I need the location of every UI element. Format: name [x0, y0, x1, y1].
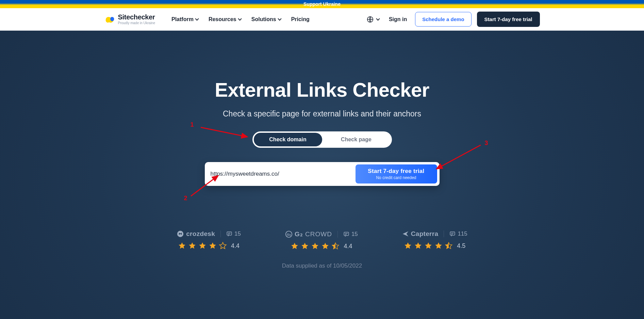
hero-subtitle: Check a specific page for external links… [143, 109, 501, 118]
stars-capterra: 4.5 [404, 242, 465, 250]
annotation-1: 1 [191, 121, 194, 128]
reviews-count: 15 [343, 231, 358, 238]
data-supplied-text: Data supplied as of 10/05/2022 [143, 262, 501, 269]
nav-menu: Platform Resources Solutions Pricing [171, 16, 310, 22]
annotation-3: 3 [484, 140, 488, 147]
check-page-tab[interactable]: Check page [322, 133, 391, 146]
stars-crozdesk: 4.4 [178, 242, 240, 250]
nav-platform[interactable]: Platform [171, 16, 198, 22]
capterra-icon [402, 230, 409, 237]
top-nav: Sitechecker Proudly made in Ukraine Plat… [0, 8, 644, 31]
brand-capterra[interactable]: Capterra [402, 230, 439, 238]
start-trial-hero-button[interactable]: Start 7-day free trial No credit card ne… [356, 164, 437, 184]
logo-tagline: Proudly made in Ukraine [118, 21, 155, 25]
chevron-down-icon [376, 17, 380, 20]
globe-icon [366, 16, 374, 23]
nav-pricing[interactable]: Pricing [291, 16, 310, 22]
chat-icon [449, 231, 456, 237]
hero-title: External Links Checker [143, 78, 501, 101]
chat-icon [343, 231, 349, 237]
rating-g2crowd: G₂ G₂ CROWD 15 4.4 [285, 230, 358, 250]
chat-icon [226, 231, 232, 237]
svg-line-1 [201, 127, 247, 137]
reviews-count: 15 [226, 230, 241, 237]
nav-solutions[interactable]: Solutions [251, 16, 281, 22]
logo-icon [104, 15, 115, 24]
chevron-down-icon [238, 17, 242, 20]
svg-text:G₂: G₂ [287, 233, 291, 236]
support-ukraine-bar[interactable]: Support Ukraine [0, 0, 644, 8]
check-domain-tab[interactable]: Check domain [254, 133, 322, 146]
stars-g2crowd: 4.4 [291, 242, 352, 250]
trial-button-subtitle: No credit card needed [376, 175, 416, 180]
svg-line-3 [436, 145, 481, 169]
brand-crozdesk[interactable]: crozdesk [177, 230, 215, 238]
chevron-down-icon [278, 17, 281, 20]
trial-button-title: Start 7-day free trial [368, 168, 424, 175]
svg-rect-4 [227, 232, 232, 235]
ratings-row: crozdesk 15 4.4 G₂ G₂ CROWD [143, 230, 501, 250]
sign-in-link[interactable]: Sign in [389, 16, 407, 22]
g2-icon: G₂ [285, 230, 293, 238]
language-selector[interactable] [366, 16, 379, 23]
url-input[interactable] [207, 166, 356, 181]
rating-capterra: Capterra 115 4.5 [402, 230, 467, 250]
annotation-2: 2 [184, 195, 187, 202]
crozdesk-icon [177, 230, 184, 238]
start-trial-nav-button[interactable]: Start 7-day free trial [477, 12, 540, 27]
reviews-count: 115 [449, 230, 467, 237]
svg-rect-8 [450, 232, 455, 235]
annotation-arrow-1 [195, 123, 252, 144]
rating-crozdesk: crozdesk 15 4.4 [177, 230, 241, 250]
check-mode-toggle: Check domain Check page [252, 131, 392, 148]
hero-section: External Links Checker Check a specific … [0, 31, 644, 319]
chevron-down-icon [195, 17, 199, 20]
url-input-card: Start 7-day free trial No credit card ne… [205, 162, 440, 186]
logo-brand: Sitechecker [118, 14, 155, 20]
logo[interactable]: Sitechecker Proudly made in Ukraine [104, 14, 155, 25]
svg-rect-7 [344, 232, 349, 236]
brand-g2crowd[interactable]: G₂ G₂ CROWD [285, 230, 332, 238]
nav-resources[interactable]: Resources [209, 16, 241, 22]
schedule-demo-button[interactable]: Schedule a demo [415, 12, 471, 27]
support-ukraine-text: Support Ukraine [303, 1, 341, 7]
